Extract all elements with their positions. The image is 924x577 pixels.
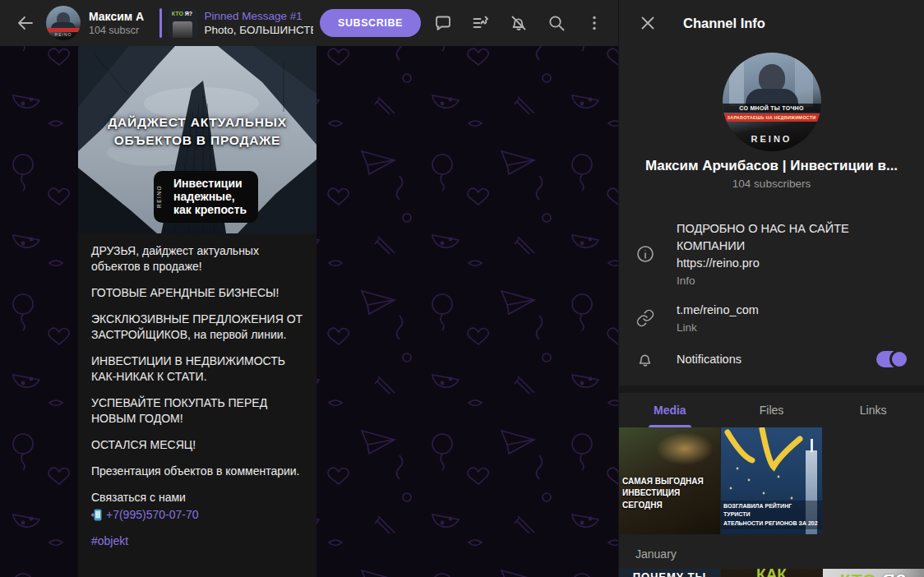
tab-media[interactable]: Media xyxy=(619,393,721,427)
info-icon xyxy=(635,244,655,264)
media-section-label: January xyxy=(635,547,924,561)
avatar-caption-2: ЗАРАБОТАЕШЬ НА НЕДВИЖИМОСТИ xyxy=(723,113,821,122)
thumb1-text-line1: САМАЯ ВЫГОДНАЯ xyxy=(622,476,720,488)
tab-links[interactable]: Links xyxy=(822,393,924,427)
back-arrow-icon xyxy=(16,13,35,33)
thumb5-word2: Я? xyxy=(882,570,907,577)
header-icons xyxy=(429,9,608,37)
pinned-accent-bar xyxy=(159,8,162,38)
message-paragraph: ЭКСКЛЮЗИВНЫЕ ПРЕДЛОЖЕНИЯ ОТ ЗАСТРОЙЩИКОВ… xyxy=(91,312,303,343)
photo-badge-line: Инвестиции xyxy=(173,177,247,190)
photo-badge-line: как крепость xyxy=(173,203,247,216)
message-paragraph: Связаться с нами xyxy=(91,490,303,505)
subscribe-button[interactable]: SUBSCRIBE xyxy=(320,9,421,37)
section-divider xyxy=(619,385,924,393)
avatar-brand-mini: REINO xyxy=(46,32,81,37)
pinned-thumb-word1: КТО xyxy=(172,11,183,16)
photo-badge: REINO Инвестиции надежные, как крепость xyxy=(154,171,258,223)
photo-title-line2: ОБЪЕКТОВ В ПРОДАЖЕ xyxy=(78,132,316,150)
notifications-toggle[interactable] xyxy=(876,351,908,367)
back-button[interactable] xyxy=(12,9,39,37)
media-thumbnail-city[interactable]: ВОЗГЛАВИЛА РЕЙТИНГ ТУРИСТИ АТЕЛЬНОСТИ РЕ… xyxy=(721,427,822,534)
info-row-about[interactable]: ПОДРОБНО О НАС НА САЙТЕ КОМПАНИИ https:/… xyxy=(619,213,924,294)
chat-title-block[interactable]: Максим А 104 subscr xyxy=(89,10,156,36)
pinned-title: Pinned Message #1 xyxy=(205,10,313,22)
thumb5-word1: КТО xyxy=(840,570,877,577)
message-paragraph: УСПЕВАЙТЕ ПОКУПАТЬ ПЕРЕД НОВЫМ ГОДОМ! xyxy=(91,395,303,427)
thumb4-word1: КАК xyxy=(721,569,822,577)
message-paragraph: Презентация объектов в комментарии. xyxy=(91,464,303,479)
media-thumbnail-who-am-i[interactable]: КТО Я? xyxy=(823,569,924,577)
message-paragraph: ОСТАЛСЯ МЕСЯЦ! xyxy=(91,437,303,453)
search-icon xyxy=(547,13,566,33)
info-header: Channel Info xyxy=(619,0,924,46)
link-label: Link xyxy=(677,321,759,334)
muted-bell-icon xyxy=(509,13,529,33)
about-text-line1: ПОДРОБНО О НАС НА САЙТЕ КОМПАНИИ xyxy=(677,220,908,255)
channel-name: Максим Арчибасов | Инвестиции в... xyxy=(619,158,924,174)
tab-files-label: Files xyxy=(760,404,784,417)
message-paragraph: ИНВЕСТИЦИИ В НЕДВИЖИМОСТЬ КАК-НИКАК К СТ… xyxy=(91,353,303,385)
pinned-messages-button[interactable] xyxy=(467,9,495,37)
photo-badge-line: надежные, xyxy=(173,190,247,203)
chat-subscribers: 104 subscr xyxy=(89,25,156,36)
photo-title-line1: ДАЙДЖЕСТ АКТУАЛЬНЫХ xyxy=(78,113,316,132)
pinned-list-icon xyxy=(471,13,491,33)
media-thumbnail-patio[interactable]: САМАЯ ВЫГОДНАЯ ИНВЕСТИЦИЯ СЕГОДНЯ xyxy=(619,427,720,534)
close-icon xyxy=(638,13,658,33)
pinned-preview: Photo, БОЛЬШИНСТВО ИНВЕ... xyxy=(205,24,313,36)
bell-icon xyxy=(635,349,655,369)
tab-files[interactable]: Files xyxy=(721,393,823,427)
tab-links-label: Links xyxy=(860,404,887,417)
hashtag-link[interactable]: #objekt xyxy=(91,533,303,549)
thumb2-text-line1: ВОЗГЛАВИЛА РЕЙТИНГ ТУРИСТИ xyxy=(723,502,820,519)
media-grid-row1: САМАЯ ВЫГОДНАЯ ИНВЕСТИЦИЯ СЕГОДНЯ ВОЗГЛА… xyxy=(619,427,924,534)
about-text-line2: https://reino.pro xyxy=(677,255,908,272)
phone-link[interactable]: +7(995)570-07-70 xyxy=(106,507,198,523)
shared-media-tabs: Media Files Links xyxy=(619,393,924,427)
tab-media-label: Media xyxy=(654,404,686,417)
phone-emoji-icon xyxy=(91,509,102,521)
photo-badge-brand: REINO xyxy=(156,185,162,208)
pinned-thumbnail: КТО Я? xyxy=(168,8,197,38)
info-row-link[interactable]: t.me/reino_com Link xyxy=(619,294,924,341)
channel-message: ДАЙДЖЕСТ АКТУАЛЬНЫХ ОБЪЕКТОВ В ПРОДАЖЕ R… xyxy=(78,46,316,577)
pinned-thumb-word2: Я? xyxy=(185,11,192,16)
thumb1-text-line2: ИНВЕСТИЦИЯ СЕГОДНЯ xyxy=(622,487,720,511)
panel-title: Channel Info xyxy=(683,16,765,31)
search-button[interactable] xyxy=(543,9,571,37)
info-row-notifications[interactable]: Notifications xyxy=(619,341,924,377)
toggle-knob xyxy=(889,349,909,369)
chat-title: Максим А xyxy=(89,10,156,23)
mute-button[interactable] xyxy=(505,9,533,37)
media-thumbnail-why-you-lose[interactable]: ПОЧЕМУ ТЫ ТЕРЯЕШЬ xyxy=(619,569,720,577)
media-grid-empty-cell xyxy=(823,427,924,534)
media-grid-row2: ПОЧЕМУ ТЫ ТЕРЯЕШЬ КАК ПОДБИРАЮ КТО Я? xyxy=(619,569,924,577)
message-paragraph: ДРУЗЬЯ, дайджест актуальных объектов в п… xyxy=(91,243,303,275)
kebab-menu-icon xyxy=(584,13,604,33)
message-photo[interactable]: ДАЙДЖЕСТ АКТУАЛЬНЫХ ОБЪЕКТОВ В ПРОДАЖЕ R… xyxy=(78,46,316,233)
link-icon xyxy=(635,308,655,328)
thumb3-word1: ПОЧЕМУ ТЫ xyxy=(619,570,720,577)
discussion-button[interactable] xyxy=(429,9,457,37)
media-thumbnail-how-i-pick[interactable]: КАК ПОДБИРАЮ xyxy=(721,569,822,577)
comment-bubble-icon xyxy=(433,13,453,33)
message-text: ДРУЗЬЯ, дайджест актуальных объектов в п… xyxy=(78,233,316,554)
more-button[interactable] xyxy=(580,9,608,37)
avatar-brand: REINO xyxy=(723,134,821,144)
message-paragraph: ГОТОВЫЕ АРЕНДНЫЕ БИЗНЕСЫ! xyxy=(91,285,303,301)
thumb2-text-line2: АТЕЛЬНОСТИ РЕГИОНОВ ЗА 202 xyxy=(723,519,820,529)
pinned-message-bar[interactable]: КТО Я? Pinned Message #1 Photo, БОЛЬШИНС… xyxy=(159,8,313,38)
close-panel-button[interactable] xyxy=(634,9,662,37)
channel-avatar-small[interactable]: REINO xyxy=(46,6,81,40)
telegram-app: ДАЙДЖЕСТ АКТУАЛЬНЫХ ОБЪЕКТОВ В ПРОДАЖЕ R… xyxy=(0,0,924,577)
info-rows: ПОДРОБНО О НАС НА САЙТЕ КОМПАНИИ https:/… xyxy=(619,213,924,377)
photo-title: ДАЙДЖЕСТ АКТУАЛЬНЫХ ОБЪЕКТОВ В ПРОДАЖЕ xyxy=(78,113,316,150)
chat-pane: ДАЙДЖЕСТ АКТУАЛЬНЫХ ОБЪЕКТОВ В ПРОДАЖЕ R… xyxy=(0,0,618,577)
phone-line: +7(995)570-07-70 xyxy=(91,507,303,523)
chat-header: REINO Максим А 104 subscr КТО Я? Pinned … xyxy=(0,0,618,46)
channel-info-panel: Channel Info СО МНОЙ ТЫ ТОЧНО ЗАРАБОТАЕШ… xyxy=(618,0,924,577)
channel-avatar-large[interactable]: СО МНОЙ ТЫ ТОЧНО ЗАРАБОТАЕШЬ НА НЕДВИЖИМ… xyxy=(723,53,821,151)
pinned-texts: Pinned Message #1 Photo, БОЛЬШИНСТВО ИНВ… xyxy=(205,10,313,36)
channel-link: t.me/reino_com xyxy=(677,302,759,319)
